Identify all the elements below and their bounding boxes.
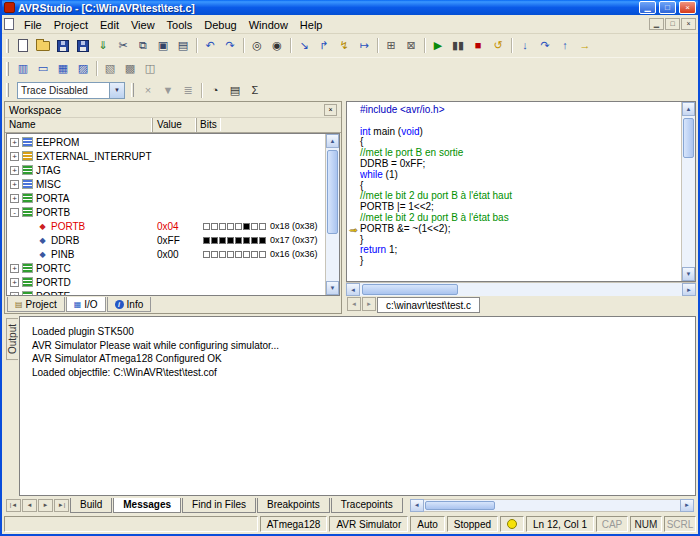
output-messages[interactable]: Loaded plugin STK500AVR Simulator Please… — [19, 316, 696, 496]
column-header-bits[interactable]: Bits — [196, 118, 221, 131]
toolbar-grip[interactable] — [6, 62, 9, 76]
stopwatch-button[interactable]: ◔ — [205, 81, 225, 100]
bit-checkbox[interactable] — [259, 237, 266, 244]
bit-checkbox[interactable] — [243, 251, 250, 258]
tab-messages[interactable]: Messages — [113, 498, 181, 513]
toggle-breakpoint-button[interactable]: ⊞ — [381, 36, 401, 55]
mdi-restore-button[interactable]: □ — [665, 18, 680, 30]
cut-button[interactable]: ✂ — [113, 36, 133, 55]
step-over-button[interactable]: ↷ — [535, 36, 555, 55]
watch-window-button[interactable]: ▦ — [53, 59, 73, 78]
editor-margin[interactable] — [347, 202, 360, 213]
paste-button[interactable]: ▣ — [153, 36, 173, 55]
tab-i-o[interactable]: ▦I/O — [66, 297, 106, 312]
code-line-14[interactable]: return 1; — [347, 245, 681, 256]
tab-find-in-files[interactable]: Find in Files — [182, 498, 256, 513]
bit-checkbox[interactable] — [227, 223, 234, 230]
bit-checkbox[interactable] — [203, 251, 210, 258]
tree-group-eeprom[interactable]: +EEPROM — [7, 135, 325, 149]
run-to-cursor-button[interactable]: ↦ — [354, 36, 374, 55]
expand-toggle[interactable]: + — [10, 264, 19, 273]
register-window-button[interactable]: ▧ — [100, 59, 120, 78]
editor-margin[interactable] — [347, 105, 360, 116]
trace-save-button[interactable]: ▼ — [158, 81, 178, 100]
run-button[interactable]: ▶ — [428, 36, 448, 55]
code-line-1[interactable]: #include <avr/io.h> — [347, 105, 681, 116]
register-bits[interactable] — [203, 237, 266, 244]
expand-toggle[interactable]: + — [10, 194, 19, 203]
open-file-button[interactable] — [33, 36, 53, 55]
print-button[interactable]: ▤ — [173, 36, 193, 55]
memory-window-button[interactable]: ▨ — [73, 59, 93, 78]
cycle-counter-button[interactable]: Σ — [245, 81, 265, 100]
editor-hscrollbar[interactable]: ◄ ► — [346, 282, 696, 296]
scroll-thumb[interactable] — [683, 118, 694, 158]
toolbar-grip[interactable] — [131, 83, 134, 97]
register-row-ddrb[interactable]: ◆DDRB0xFF0x17 (0x37) — [7, 233, 325, 247]
save-file-button[interactable] — [53, 36, 73, 55]
step-out-button[interactable]: ↑ — [555, 36, 575, 55]
save-all-button[interactable] — [73, 36, 93, 55]
step-over-trace-button[interactable]: ↱ — [314, 36, 334, 55]
pause-button[interactable]: ▮▮ — [448, 36, 468, 55]
scroll-track[interactable] — [360, 283, 682, 296]
remove-all-breakpoints-button[interactable]: ⊠ — [401, 36, 421, 55]
column-header-value[interactable]: Value — [153, 118, 197, 132]
tree-group-portc[interactable]: +PORTC — [7, 261, 325, 275]
editor-tab-testc[interactable]: c:\winavr\test\test.c — [377, 297, 480, 313]
scroll-down-button[interactable]: ▼ — [682, 267, 695, 281]
bit-checkbox[interactable] — [203, 223, 210, 230]
editor-margin[interactable] — [347, 245, 360, 256]
bit-checkbox[interactable] — [251, 223, 258, 230]
mdi-close-button[interactable]: × — [681, 18, 696, 30]
register-row-pinb[interactable]: ◆PINB0x000x16 (0x36) — [7, 247, 325, 261]
output-hscrollbar[interactable]: ◄ ► — [410, 499, 694, 512]
output-tab-first-button[interactable]: |◄ — [6, 499, 21, 512]
bit-checkbox[interactable] — [211, 237, 218, 244]
io-window-button[interactable]: ◫ — [140, 59, 160, 78]
editor-margin[interactable] — [347, 256, 360, 267]
bit-checkbox[interactable] — [235, 237, 242, 244]
bit-checkbox[interactable] — [219, 237, 226, 244]
bit-checkbox[interactable] — [203, 237, 210, 244]
scroll-up-button[interactable]: ▲ — [682, 102, 695, 116]
tree-group-external_interrupt[interactable]: +EXTERNAL_INTERRUPT — [7, 149, 325, 163]
trace-clear-button[interactable]: × — [138, 81, 158, 100]
bit-checkbox[interactable] — [243, 223, 250, 230]
stop-button[interactable]: ■ — [468, 36, 488, 55]
show-next-statement-button[interactable]: → — [575, 36, 595, 55]
scroll-right-button[interactable]: ► — [682, 283, 696, 296]
tree-group-porte[interactable]: +PORTE — [7, 289, 325, 295]
bit-checkbox[interactable] — [251, 251, 258, 258]
menu-project[interactable]: Project — [48, 18, 94, 32]
expand-toggle[interactable]: + — [10, 292, 19, 296]
toggle-output-button[interactable]: ▭ — [33, 59, 53, 78]
editor-tab-scroll-right[interactable]: ► — [362, 297, 376, 311]
editor-margin[interactable] — [347, 181, 360, 192]
register-bits[interactable] — [203, 251, 266, 258]
download-to-device-button[interactable]: ⇓ — [93, 36, 113, 55]
menu-edit[interactable]: Edit — [94, 18, 125, 32]
new-file-button[interactable] — [13, 36, 33, 55]
expand-toggle[interactable]: + — [10, 152, 19, 161]
bit-checkbox[interactable] — [219, 223, 226, 230]
menu-help[interactable]: Help — [294, 18, 329, 32]
trace-dropdown-arrow-icon[interactable]: ▼ — [109, 83, 124, 98]
expand-toggle[interactable]: + — [10, 138, 19, 147]
workspace-scrollbar[interactable]: ▲ ▼ — [325, 134, 339, 295]
tab-tracepoints[interactable]: Tracepoints — [331, 498, 403, 513]
scroll-thumb[interactable] — [327, 150, 338, 234]
bit-checkbox[interactable] — [227, 251, 234, 258]
io-register-tree[interactable]: +EEPROM+EXTERNAL_INTERRUPT+JTAG+MISC+POR… — [7, 134, 325, 295]
trace-dropdown[interactable]: Trace Disabled ▼ — [17, 82, 125, 99]
menu-tools[interactable]: Tools — [161, 18, 199, 32]
menu-debug[interactable]: Debug — [198, 18, 242, 32]
tree-group-porta[interactable]: +PORTA — [7, 191, 325, 205]
bit-checkbox[interactable] — [227, 237, 234, 244]
maximize-button[interactable]: □ — [659, 1, 676, 14]
code-editor[interactable]: #include <avr/io.h> int main (void){//me… — [347, 102, 681, 281]
column-header-name[interactable]: Name — [5, 118, 153, 132]
expand-toggle[interactable]: + — [10, 166, 19, 175]
tree-group-portb[interactable]: -PORTB — [7, 205, 325, 219]
bit-checkbox[interactable] — [259, 251, 266, 258]
